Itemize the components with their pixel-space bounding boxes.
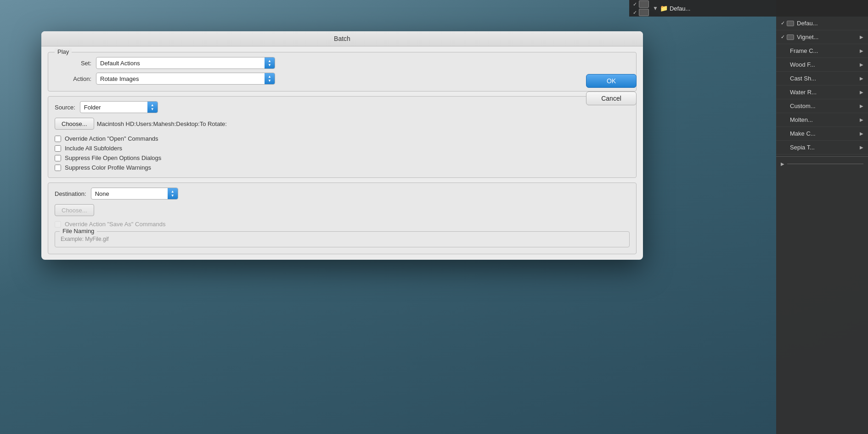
checkbox-subfolders: Include All Subfolders [55, 145, 630, 152]
checkbox-suppress-open: Suppress File Open Options Dialogs [55, 154, 630, 161]
action-select[interactable]: Rotate Images [96, 73, 275, 85]
play-section: Play Set: Default Actions ▲ ▼ [48, 52, 637, 91]
choose-row: Choose... Macintosh HD:Users:Mahesh:Desk… [55, 118, 630, 130]
ok-button[interactable]: OK [586, 74, 637, 88]
source-legend: Source: [55, 104, 75, 111]
override-open-label: Override Action "Open" Commands [65, 135, 158, 142]
override-save-label: Override Action "Save As" Commands [65, 221, 166, 228]
set-row: Set: Default Actions ▲ ▼ [55, 57, 630, 69]
file-naming-section: File Naming Example: MyFile.gif [55, 231, 630, 247]
dialog-actions: OK Cancel [586, 74, 637, 105]
set-label: Set: [55, 60, 91, 67]
dialog-overlay: Batch OK Cancel Play Set: Default Action… [0, 0, 868, 434]
batch-dialog: Batch OK Cancel Play Set: Default Action… [41, 31, 643, 260]
suppress-color-label: Suppress Color Profile Warnings [65, 164, 151, 171]
destination-select[interactable]: None [91, 188, 178, 200]
suppress-color-checkbox[interactable] [55, 165, 61, 171]
action-row: Action: Rotate Images ▲ ▼ [55, 73, 630, 85]
dialog-title: Batch [334, 35, 350, 42]
dest-choose-row: Choose... [55, 204, 630, 216]
play-legend: Play [55, 48, 72, 55]
source-section: Source: Folder ▲ ▼ Choose... [48, 96, 637, 178]
dest-select-wrapper: None ▲ ▼ [91, 188, 178, 200]
destination-legend: Destination: [55, 190, 86, 197]
checkbox-override-save: Override Action "Save As" Commands [55, 221, 630, 228]
subfolders-checkbox[interactable] [55, 145, 61, 152]
action-select-wrapper: Rotate Images ▲ ▼ [96, 73, 275, 85]
file-naming-legend: File Naming [60, 228, 97, 234]
dialog-body: Play Set: Default Actions ▲ ▼ [41, 46, 643, 260]
source-select-wrapper: Folder ▲ ▼ [80, 101, 158, 113]
subfolders-label: Include All Subfolders [65, 145, 122, 152]
override-save-checkbox[interactable] [55, 221, 61, 228]
action-label: Action: [55, 75, 91, 82]
suppress-open-checkbox[interactable] [55, 155, 61, 161]
destination-header: Destination: None ▲ ▼ [55, 188, 630, 200]
set-select-wrapper: Default Actions ▲ ▼ [96, 57, 275, 69]
source-select[interactable]: Folder [80, 101, 158, 113]
override-open-checkbox[interactable] [55, 136, 61, 142]
destination-section: Destination: None ▲ ▼ Choose... [48, 183, 637, 254]
suppress-open-label: Suppress File Open Options Dialogs [65, 154, 161, 161]
cancel-button[interactable]: Cancel [586, 91, 637, 105]
source-path: Macintosh HD:Users:Mahesh:Desktop:To Rot… [97, 120, 227, 127]
dest-choose-button[interactable]: Choose... [55, 204, 94, 216]
checkbox-suppress-color: Suppress Color Profile Warnings [55, 164, 630, 171]
source-header: Source: Folder ▲ ▼ [55, 101, 630, 113]
checkbox-override-open: Override Action "Open" Commands [55, 135, 630, 142]
choose-button[interactable]: Choose... [55, 118, 94, 130]
file-naming-example: Example: MyFile.gif [61, 236, 109, 242]
dialog-titlebar: Batch [41, 31, 643, 46]
set-select[interactable]: Default Actions [96, 57, 275, 69]
